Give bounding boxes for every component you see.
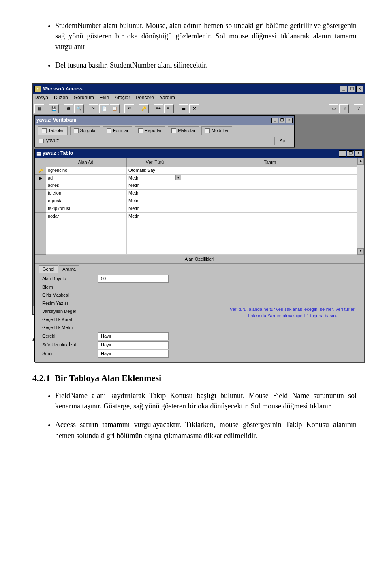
field-type-cell[interactable]: Metin ▼ xyxy=(127,174,183,182)
menu-gorunum[interactable]: Görünüm xyxy=(74,94,94,101)
tab-raporlar[interactable]: Raporlar xyxy=(135,126,165,135)
field-desc-cell[interactable] xyxy=(183,205,357,213)
row-selector[interactable] xyxy=(35,197,46,205)
row-selector[interactable] xyxy=(35,241,46,248)
menu-dosya[interactable]: Dosya xyxy=(34,94,48,101)
tab-sorgular[interactable]: Sorgular xyxy=(70,126,101,135)
db-maximize-button[interactable]: ❐ xyxy=(279,118,285,123)
table-row[interactable]: notlarMetin xyxy=(35,213,357,220)
property-value[interactable]: Hayır xyxy=(98,332,169,340)
table-row[interactable]: takipkonusuMetin xyxy=(35,205,357,213)
col-header-type[interactable]: Veri Türü xyxy=(127,158,183,167)
grid-scrollbar[interactable]: ▲ ▼ xyxy=(357,158,364,255)
tb-key-icon[interactable]: 🔑 xyxy=(139,104,149,113)
field-name-cell[interactable]: telefon xyxy=(46,190,127,197)
scroll-track[interactable] xyxy=(357,165,364,249)
row-selector[interactable] xyxy=(35,234,46,241)
tab-formlar[interactable]: Formlar xyxy=(103,126,132,135)
menu-yardim[interactable]: Yardım xyxy=(160,94,175,101)
menu-ekle[interactable]: Ekle xyxy=(100,94,109,101)
field-desc-cell[interactable] xyxy=(183,234,357,241)
property-value[interactable] xyxy=(98,292,169,299)
minimize-button[interactable]: _ xyxy=(340,86,347,92)
table-row[interactable] xyxy=(35,220,357,227)
tb-preview-icon[interactable]: 🔍 xyxy=(74,104,84,113)
prop-tab-arama[interactable]: Arama xyxy=(59,265,79,273)
tb-view-icon[interactable]: ▦ xyxy=(34,104,44,113)
property-value[interactable] xyxy=(98,308,169,315)
field-desc-cell[interactable] xyxy=(183,220,357,227)
scroll-down-icon[interactable]: ▼ xyxy=(357,248,364,255)
property-value[interactable]: 50 xyxy=(98,275,169,283)
tab-moduller[interactable]: Modüller xyxy=(201,126,232,135)
field-type-cell[interactable]: Otomatik Sayı xyxy=(127,167,183,174)
table-row[interactable] xyxy=(35,241,357,248)
field-desc-cell[interactable] xyxy=(183,227,357,234)
field-name-cell[interactable]: takipkonusu xyxy=(46,205,127,213)
row-selector[interactable] xyxy=(35,182,46,190)
property-value[interactable]: Hayır xyxy=(98,350,169,358)
table-row[interactable]: ▶adMetin ▼ xyxy=(35,174,357,182)
row-selector[interactable]: 🔑 xyxy=(35,167,46,174)
tb-properties-icon[interactable]: ☰ xyxy=(179,104,188,113)
field-name-cell[interactable] xyxy=(46,227,127,234)
field-type-cell[interactable]: Metin xyxy=(127,197,183,205)
property-value[interactable] xyxy=(98,316,169,323)
field-name-cell[interactable] xyxy=(46,220,127,227)
close-button[interactable]: × xyxy=(356,86,363,92)
tb-undo-icon[interactable]: ↶ xyxy=(124,104,134,113)
field-desc-cell[interactable] xyxy=(183,248,357,255)
field-name-cell[interactable]: oğrencino xyxy=(46,167,127,174)
tb-paste-icon[interactable]: 📋 xyxy=(110,104,120,113)
field-type-cell[interactable]: Metin xyxy=(127,205,183,213)
tbl-close-button[interactable]: × xyxy=(355,150,362,157)
table-row[interactable]: 🔑oğrencinoOtomatik Sayı xyxy=(35,167,357,174)
property-value[interactable] xyxy=(98,300,169,307)
design-grid[interactable]: Alan Adı Veri Türü Tanım 🔑oğrencinoOtoma… xyxy=(35,158,357,255)
tb-deleterow-icon[interactable]: ≡- xyxy=(164,104,174,113)
field-type-cell[interactable] xyxy=(127,248,183,255)
tb-build-icon[interactable]: ⚒ xyxy=(189,104,199,113)
menu-pencere[interactable]: Pencere xyxy=(136,94,154,101)
tb-save-icon[interactable]: 💾 xyxy=(49,104,59,113)
field-name-cell[interactable]: e-posta xyxy=(46,197,127,205)
tb-insertrow-icon[interactable]: ≡+ xyxy=(154,104,163,113)
scroll-up-icon[interactable]: ▲ xyxy=(357,158,364,165)
property-value[interactable] xyxy=(98,324,169,331)
open-button[interactable]: Aç xyxy=(274,137,290,145)
tab-tablolar[interactable]: Tablolar xyxy=(38,126,68,135)
tab-makrolar[interactable]: Makrolar xyxy=(168,126,199,135)
tb-cut-icon[interactable]: ✂ xyxy=(89,104,98,113)
table-row[interactable] xyxy=(35,248,357,255)
row-selector[interactable] xyxy=(35,227,46,234)
field-name-cell[interactable]: adres xyxy=(46,182,127,190)
field-desc-cell[interactable] xyxy=(183,213,357,220)
row-selector[interactable] xyxy=(35,205,46,213)
row-selector[interactable] xyxy=(35,248,46,255)
row-selector[interactable]: ▶ xyxy=(35,174,46,182)
field-type-cell[interactable] xyxy=(127,220,183,227)
property-value[interactable] xyxy=(98,284,169,291)
property-value[interactable]: Hayır xyxy=(98,341,169,349)
field-name-cell[interactable]: notlar xyxy=(46,213,127,220)
prop-tab-genel[interactable]: Genel xyxy=(39,265,58,273)
menu-duzen[interactable]: Düzen xyxy=(54,94,68,101)
dropdown-arrow-icon[interactable]: ▼ xyxy=(175,175,181,181)
field-type-cell[interactable] xyxy=(127,227,183,234)
field-type-cell[interactable]: Metin xyxy=(127,182,183,190)
field-type-cell[interactable]: Metin xyxy=(127,190,183,197)
table-row[interactable]: telefonMetin xyxy=(35,190,357,197)
row-selector[interactable] xyxy=(35,220,46,227)
field-desc-cell[interactable] xyxy=(183,190,357,197)
db-minimize-button[interactable]: _ xyxy=(271,118,278,123)
field-name-cell[interactable]: ad xyxy=(46,174,127,182)
table-row[interactable]: adresMetin xyxy=(35,182,357,190)
tb-copy-icon[interactable]: 📄 xyxy=(99,104,109,113)
tbl-minimize-button[interactable]: _ xyxy=(339,150,346,157)
col-header-field[interactable]: Alan Adı xyxy=(46,158,127,167)
field-name-cell[interactable] xyxy=(46,248,127,255)
table-row[interactable] xyxy=(35,234,357,241)
menu-araclar[interactable]: Araçlar xyxy=(115,94,130,101)
field-desc-cell[interactable] xyxy=(183,167,357,174)
row-selector[interactable] xyxy=(35,213,46,220)
